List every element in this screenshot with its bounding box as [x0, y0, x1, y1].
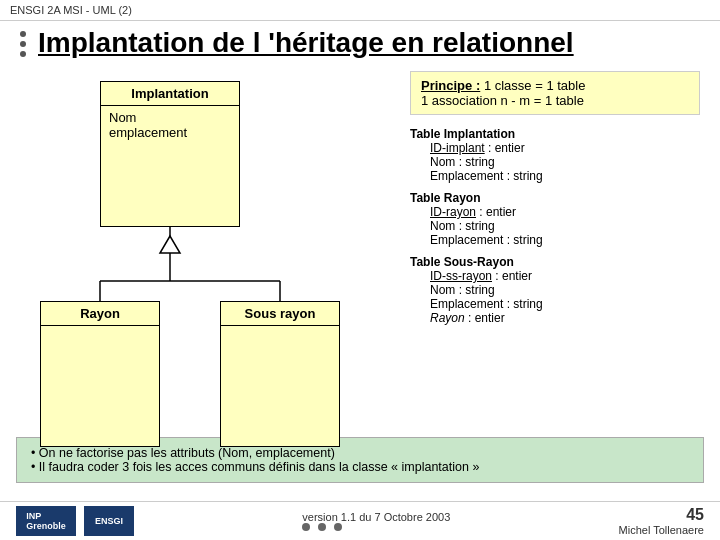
table-sous-rayon-name: Table Sous-Rayon	[410, 255, 700, 269]
sous-rayon-header: Sous rayon	[221, 302, 339, 326]
table-rayon-name: Table Rayon	[410, 191, 700, 205]
field-nom-2: Nom : string	[430, 219, 700, 233]
principle-text1: 1 classe = 1 table	[484, 78, 586, 93]
field-rayon-name: Rayon	[430, 311, 465, 325]
rayon-methods	[41, 386, 159, 446]
table-implantation-fields: ID-implant : entier Nom : string Emplace…	[430, 141, 700, 183]
note-line1: • On ne factorise pas les attributs (Nom…	[31, 446, 689, 460]
footer-right: 45 Michel Tollenaere	[619, 506, 704, 536]
table-rayon-fields: ID-rayon : entier Nom : string Emplaceme…	[430, 205, 700, 247]
implantation-header: Implantation	[101, 82, 239, 106]
field-id-implant-name: ID-implant	[430, 141, 485, 155]
footer: INPGrenoble ENSGI version 1.1 du 7 Octob…	[0, 501, 720, 540]
principle-box: Principe : 1 classe = 1 table 1 associat…	[410, 71, 700, 115]
page-number: 45	[619, 506, 704, 524]
implantation-box: Implantation Nom emplacement	[100, 81, 240, 227]
dot-1	[20, 31, 26, 37]
field-nom-3: Nom : string	[430, 283, 700, 297]
footer-dots	[302, 523, 450, 531]
version-text: version 1.1 du 7 Octobre 2003	[302, 511, 450, 523]
field-rayon-type: : entier	[465, 311, 505, 325]
note-line2: • Il faudra coder 3 fois les acces commu…	[31, 460, 689, 474]
field-id-rayon-type: : entier	[476, 205, 516, 219]
course-label: ENSGI 2A MSI - UML (2)	[10, 4, 132, 16]
svg-marker-1	[160, 236, 180, 253]
table-implantation-def: Table Implantation ID-implant : entier N…	[410, 127, 700, 183]
uml-diagram: Implantation Nom emplacement Rayon Sous …	[20, 71, 380, 421]
table-rayon-def: Table Rayon ID-rayon : entier Nom : stri…	[410, 191, 700, 247]
dot-2	[20, 41, 26, 47]
page-title: Implantation de l 'héritage en relationn…	[38, 27, 574, 59]
field-id-ss-rayon-name: ID-ss-rayon	[430, 269, 492, 283]
footer-logos: INPGrenoble ENSGI	[16, 506, 134, 536]
inpg-logo-text: INPGrenoble	[26, 511, 66, 531]
rayon-fields	[41, 326, 159, 386]
bullet-dots	[20, 31, 26, 57]
implantation-field-emplacement: emplacement	[109, 125, 231, 140]
title-bar: Implantation de l 'héritage en relationn…	[0, 21, 720, 61]
footer-dot-2	[318, 523, 326, 531]
field-emplacement-2: Emplacement : string	[430, 233, 700, 247]
field-id-rayon-name: ID-rayon	[430, 205, 476, 219]
field-emplacement-1: Emplacement : string	[430, 169, 700, 183]
field-nom-1: Nom : string	[430, 155, 700, 169]
right-panel: Principe : 1 classe = 1 table 1 associat…	[400, 71, 700, 421]
field-id-ss-rayon-type: : entier	[492, 269, 532, 283]
field-emplacement-3: Emplacement : string	[430, 297, 700, 311]
rayon-header: Rayon	[41, 302, 159, 326]
field-id-implant-type: : entier	[485, 141, 525, 155]
ensgi-logo: ENSGI	[84, 506, 134, 536]
table-sous-rayon-def: Table Sous-Rayon ID-ss-rayon : entier No…	[410, 255, 700, 325]
implantation-body: Nom emplacement	[101, 106, 239, 166]
sous-rayon-fields	[221, 326, 339, 386]
principle-label: Principe :	[421, 78, 480, 93]
sous-rayon-methods	[221, 386, 339, 446]
implantation-methods	[101, 166, 239, 226]
author-name: Michel Tollenaere	[619, 524, 704, 536]
field-rayon: Rayon : entier	[430, 311, 700, 325]
field-id-ss-rayon: ID-ss-rayon : entier	[430, 269, 700, 283]
field-id-rayon: ID-rayon : entier	[430, 205, 700, 219]
sous-rayon-box: Sous rayon	[220, 301, 340, 447]
ensgi-logo-text: ENSGI	[95, 516, 123, 526]
rayon-box: Rayon	[40, 301, 160, 447]
implantation-field-nom: Nom	[109, 110, 231, 125]
field-id-implant: ID-implant : entier	[430, 141, 700, 155]
inpg-logo: INPGrenoble	[16, 506, 76, 536]
dot-3	[20, 51, 26, 57]
footer-version: version 1.1 du 7 Octobre 2003	[302, 511, 450, 531]
table-implantation-name: Table Implantation	[410, 127, 700, 141]
course-header: ENSGI 2A MSI - UML (2)	[0, 0, 720, 21]
table-sous-rayon-fields: ID-ss-rayon : entier Nom : string Emplac…	[430, 269, 700, 325]
footer-dot-3	[334, 523, 342, 531]
main-content: Implantation Nom emplacement Rayon Sous …	[0, 61, 720, 431]
principle-text2: 1 association n - m = 1 table	[421, 93, 584, 108]
footer-dot-1	[302, 523, 310, 531]
